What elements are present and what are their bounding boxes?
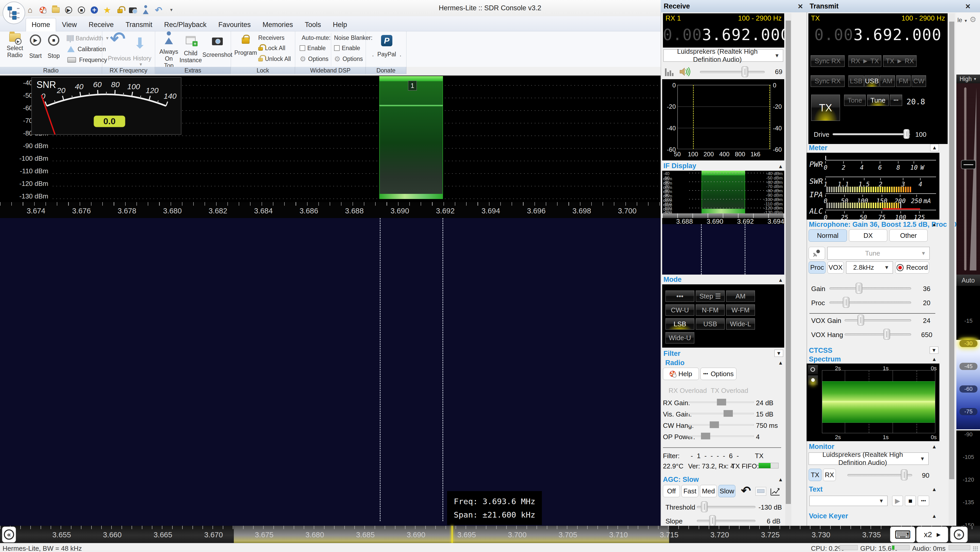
mode-button[interactable]: Step ☰: [696, 290, 725, 302]
radio-header[interactable]: Radio: [665, 359, 684, 367]
band-scroll-left-button[interactable]: «: [2, 526, 16, 542]
mode-button[interactable]: Wide-L: [726, 318, 755, 330]
unlock-all-button[interactable]: Unlock All: [258, 55, 291, 63]
mode-button[interactable]: W-FM: [726, 305, 755, 316]
agc-button[interactable]: Slow: [718, 485, 735, 497]
agc-button[interactable]: Fast: [681, 485, 698, 497]
slope-thumb[interactable]: [709, 515, 716, 526]
collapse-icon[interactable]: ▲: [778, 360, 783, 366]
auto-mute-options-button[interactable]: ⚙Options: [300, 55, 328, 63]
text-options-button[interactable]: •••: [918, 496, 929, 506]
menu-tab[interactable]: View: [56, 18, 83, 32]
cw-hang-thumb[interactable]: [710, 421, 719, 428]
vox-hang-slider[interactable]: [845, 333, 911, 335]
help-ring-icon[interactable]: [38, 6, 47, 14]
application-button[interactable]: [3, 2, 25, 24]
noise-blanker-options-button[interactable]: ⚙Options: [334, 55, 363, 63]
mode-button[interactable]: •••: [665, 290, 694, 302]
tone-button[interactable]: Tone: [844, 95, 865, 106]
mic-select-button[interactable]: [809, 247, 825, 260]
resize-grip[interactable]: [973, 546, 978, 551]
collapse-icon[interactable]: ▲: [932, 513, 937, 519]
text-play-button[interactable]: ▶: [892, 496, 903, 506]
tx-ptt-button[interactable]: TX: [811, 95, 840, 121]
tune-profile-select[interactable]: Tune▼: [827, 247, 930, 260]
tx-spectrum-header[interactable]: Spectrum: [809, 355, 841, 363]
band-zoom-button[interactable]: x2▶: [916, 526, 948, 542]
transmit-close-icon[interactable]: ✕: [965, 3, 971, 11]
vox-gain-slider[interactable]: [845, 319, 911, 321]
collapse-icon[interactable]: ▲: [778, 477, 783, 483]
tune-button[interactable]: Tune: [867, 95, 889, 106]
start-icon[interactable]: ▶: [64, 6, 73, 14]
proc-toggle[interactable]: Proc: [809, 262, 826, 274]
op-power-slider[interactable]: [687, 436, 754, 437]
paypal-button[interactable]: P .PayPal.: [375, 35, 398, 58]
tx-mode-button[interactable]: FM: [896, 75, 911, 87]
band-scroll-right-button[interactable]: »: [950, 526, 968, 542]
equalizer-icon[interactable]: [665, 67, 674, 76]
mode-button[interactable]: USB: [696, 318, 725, 330]
tx-sync-button[interactable]: RX ► TX: [848, 55, 881, 67]
child-instance-button[interactable]: ChildInstance: [180, 36, 202, 64]
always-on-top-button[interactable]: AlwaysOn Top: [160, 34, 178, 69]
undo-icon[interactable]: ↶: [154, 6, 163, 14]
vox-hang-thumb[interactable]: [883, 329, 890, 340]
record-button[interactable]: Record: [895, 262, 929, 274]
stop-icon[interactable]: ■: [77, 6, 86, 14]
text-header[interactable]: Text: [809, 485, 823, 493]
drive-slider[interactable]: [832, 133, 910, 135]
always-on-top-icon[interactable]: [141, 6, 150, 14]
tx-mode-button[interactable]: Sync RX: [811, 75, 845, 87]
voice-keyer-header[interactable]: Voice Keyer: [809, 512, 848, 520]
spectrum-option-off[interactable]: [808, 365, 818, 374]
program-lock-button[interactable]: Program: [235, 34, 256, 56]
text-combo[interactable]: ▼: [810, 496, 888, 506]
mic-gain-slider[interactable]: [829, 287, 911, 289]
if-waterfall[interactable]: [662, 224, 784, 274]
speaker-icon[interactable]: [679, 67, 690, 77]
radio-help-button[interactable]: Help: [663, 368, 699, 380]
expand-icon[interactable]: ▼: [930, 346, 939, 354]
menu-tab[interactable]: Tools: [299, 18, 327, 32]
menu-tab[interactable]: Favourites: [213, 18, 257, 32]
tx-mode-button[interactable]: CW: [912, 75, 926, 87]
ctcss-header[interactable]: CTCSS: [809, 346, 832, 354]
mode-button[interactable]: N-FM: [696, 305, 725, 316]
monitor-header[interactable]: Monitor: [809, 443, 834, 451]
select-radio-button[interactable]: ▶ SelectRadio: [5, 34, 25, 59]
agc-header[interactable]: AGC: Slow: [663, 475, 699, 483]
mic-proc-slider[interactable]: [829, 302, 911, 304]
visible-select-partial[interactable]: le ▼ ⚙: [958, 15, 977, 24]
menu-tab[interactable]: Help: [327, 18, 353, 32]
filter-header[interactable]: Filter: [663, 349, 680, 357]
transmit-scrollbar[interactable]: [949, 13, 955, 526]
rx-audio-spectrum[interactable]: [662, 79, 784, 160]
slope-slider[interactable]: [697, 520, 756, 522]
mode-button[interactable]: LSB: [665, 318, 694, 330]
collapse-icon[interactable]: ▲: [778, 164, 783, 169]
mic-profile-button[interactable]: Other: [889, 229, 928, 242]
auto-mute-enable-checkbox[interactable]: Enable: [300, 44, 326, 52]
noise-blanker-enable-checkbox[interactable]: Enable: [334, 44, 360, 52]
lock-all-button[interactable]: Lock All: [258, 44, 285, 52]
agc-button[interactable]: Med: [700, 485, 717, 497]
monitor-volume-thumb[interactable]: [901, 469, 908, 480]
band-keyboard-button[interactable]: ⌨: [890, 526, 915, 542]
mic-profile-button[interactable]: DX: [849, 229, 887, 242]
rx-gain-thumb[interactable]: [717, 399, 726, 405]
mode-button[interactable]: CW-U: [665, 305, 694, 316]
mode-button[interactable]: Wide-U: [665, 332, 694, 343]
menu-tab[interactable]: Rec/Playback: [158, 18, 213, 32]
agc-chart-icon[interactable]: [770, 487, 781, 496]
screenshot-icon[interactable]: [129, 6, 137, 14]
stop-button[interactable]: ■ Stop: [45, 34, 62, 59]
tx-sync-button[interactable]: Sync RX: [811, 55, 845, 67]
agc-button[interactable]: Off: [663, 485, 680, 497]
threshold-thumb[interactable]: [701, 501, 708, 512]
meter-header[interactable]: Meter: [809, 144, 827, 152]
start-button[interactable]: ▶ Start: [27, 34, 44, 59]
cw-hang-slider[interactable]: [687, 424, 754, 426]
tx-mode-button[interactable]: AM: [880, 75, 895, 87]
folder-icon[interactable]: [51, 6, 60, 14]
